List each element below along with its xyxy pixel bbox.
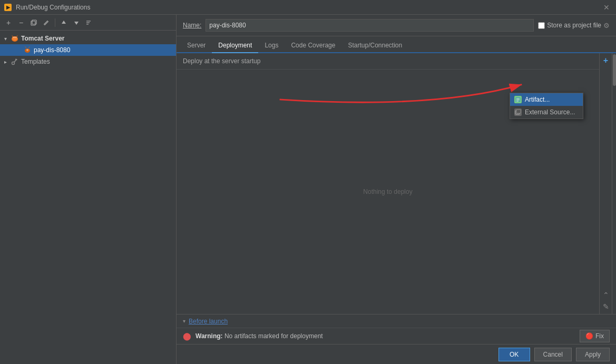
- warning-bold: Warning:: [195, 332, 223, 340]
- move-down-button[interactable]: [71, 17, 82, 28]
- warning-message: No artifacts marked for deployment: [224, 332, 323, 340]
- sort-button[interactable]: [84, 17, 94, 28]
- remove-config-button[interactable]: −: [16, 17, 26, 28]
- before-launch-row[interactable]: ▾ Before launch: [177, 314, 616, 328]
- right-sidebar: + ⌃ ✎: [599, 53, 612, 314]
- name-row: Name: Store as project file ⚙: [177, 15, 616, 36]
- dropdown-artifact[interactable]: Artifact...: [510, 93, 583, 106]
- dialog-buttons: OK Cancel Apply: [177, 344, 616, 364]
- scroll-thumb[interactable]: [613, 54, 616, 86]
- bottom-area: ▾ Before launch ⬤ Warning: No artifacts …: [177, 314, 616, 364]
- toolbar-separator: [55, 18, 55, 27]
- tomcat-icon: [11, 34, 19, 43]
- tab-startup-connection[interactable]: Startup/Connection: [341, 38, 408, 53]
- config-icon: [23, 46, 32, 54]
- store-checkbox-row: Store as project file ⚙: [538, 22, 610, 29]
- close-button[interactable]: ✕: [601, 2, 612, 13]
- store-label: Store as project file: [547, 22, 601, 29]
- dialog-title: Run/Debug Configurations: [16, 4, 597, 11]
- warning-text: Warning: No artifacts marked for deploym…: [195, 332, 323, 340]
- svg-marker-12: [28, 46, 30, 48]
- left-panel: + − ▾: [0, 15, 177, 364]
- right-panel: Name: Store as project file ⚙ Server Dep…: [177, 15, 616, 364]
- fix-button[interactable]: 🔴 Fix: [580, 330, 610, 342]
- fix-icon: 🔴: [585, 332, 593, 340]
- artifact-label: Artifact...: [525, 96, 550, 103]
- name-input[interactable]: [206, 19, 534, 32]
- wrench-icon: [11, 57, 19, 66]
- tab-deployment[interactable]: Deployment: [212, 38, 258, 53]
- app-icon: ▶: [4, 4, 12, 11]
- copy-config-button[interactable]: [28, 17, 39, 28]
- svg-point-13: [26, 49, 28, 51]
- svg-rect-7: [13, 37, 17, 38]
- apply-button[interactable]: Apply: [576, 348, 610, 361]
- scroll-up-button[interactable]: ⌃: [601, 290, 611, 300]
- gear-icon[interactable]: ⚙: [603, 22, 610, 29]
- templates-label: Templates: [21, 58, 50, 65]
- svg-marker-11: [25, 46, 26, 48]
- nothing-to-deploy-text: Nothing to deploy: [363, 188, 412, 195]
- deploy-label: Deploy at the server startup: [177, 53, 599, 70]
- external-source-label: External Source...: [525, 109, 575, 116]
- tabs-bar: Server Deployment Logs Code Coverage Sta…: [177, 36, 616, 53]
- name-label: Name:: [183, 22, 201, 29]
- svg-point-14: [12, 62, 15, 65]
- warning-row: ⬤ Warning: No artifacts marked for deplo…: [177, 328, 616, 344]
- config-tree: ▾ Tomcat Server: [0, 31, 176, 364]
- svg-rect-20: [516, 110, 521, 113]
- expand-arrow-tomcat: ▾: [2, 36, 8, 42]
- pay-dis-label: pay-dis-8080: [34, 46, 70, 54]
- tomcat-server-label: Tomcat Server: [21, 35, 64, 42]
- svg-rect-0: [31, 21, 35, 25]
- tree-group-templates[interactable]: ▸ Templates: [0, 56, 176, 67]
- warning-icon: ⬤: [183, 332, 191, 340]
- tab-code-coverage[interactable]: Code Coverage: [285, 38, 341, 53]
- main-layout: + − ▾: [0, 15, 616, 364]
- content-area: Deploy at the server startup Nothing to …: [177, 53, 616, 364]
- dropdown-external-source[interactable]: External Source...: [510, 106, 583, 119]
- before-launch-arrow: ▾: [183, 318, 185, 324]
- artifact-icon: [514, 96, 522, 103]
- title-bar: ▶ Run/Debug Configurations ✕: [0, 0, 616, 15]
- cancel-button[interactable]: Cancel: [534, 348, 572, 361]
- add-deployment-button[interactable]: +: [601, 55, 611, 66]
- toolbar: + −: [0, 15, 176, 31]
- dropdown-menu: Artifact... External Source...: [510, 93, 583, 119]
- scroll-track[interactable]: [612, 53, 616, 314]
- add-config-button[interactable]: +: [3, 17, 14, 28]
- tab-server[interactable]: Server: [181, 38, 212, 53]
- before-launch-label: Before launch: [189, 318, 228, 325]
- edit-deployment-button[interactable]: ✎: [601, 301, 611, 312]
- external-source-icon: [514, 109, 522, 116]
- svg-marker-8: [12, 35, 13, 37]
- move-up-button[interactable]: [58, 17, 69, 28]
- deploy-content: Nothing to deploy: [177, 70, 599, 314]
- tree-group-tomcat[interactable]: ▾ Tomcat Server: [0, 33, 176, 44]
- edit-config-button[interactable]: [41, 17, 52, 28]
- ok-button[interactable]: OK: [498, 348, 530, 361]
- expand-arrow-templates: ▸: [2, 59, 8, 65]
- store-checkbox[interactable]: [538, 22, 545, 29]
- tree-item-pay-dis-8080[interactable]: pay-dis-8080: [0, 44, 176, 56]
- fix-label: Fix: [595, 332, 604, 340]
- svg-marker-9: [16, 35, 18, 37]
- svg-rect-1: [32, 20, 36, 24]
- tab-logs[interactable]: Logs: [258, 38, 285, 53]
